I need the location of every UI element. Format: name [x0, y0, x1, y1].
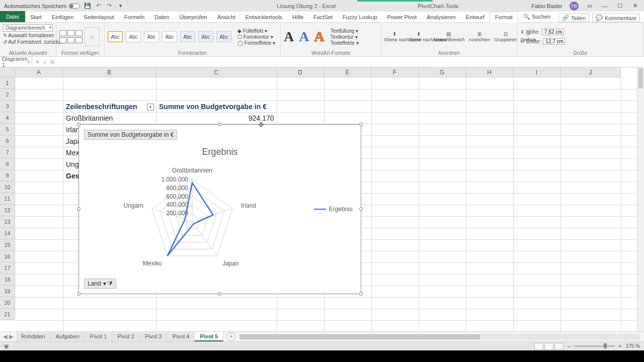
- row-header[interactable]: 8: [0, 158, 15, 170]
- row-header[interactable]: 5: [0, 124, 15, 135]
- text-fill-button[interactable]: Textfüllung ▾: [331, 28, 359, 34]
- selection-pane-icon[interactable]: ▤: [446, 31, 451, 37]
- shape-fill-button[interactable]: ◆ Fülleffekt ▾: [237, 28, 275, 34]
- row-header[interactable]: 17: [0, 262, 15, 274]
- shape-style-gallery[interactable]: Abc Abc Abc Abc Abc Abc Abc: [108, 31, 231, 42]
- column-header[interactable]: H: [466, 67, 513, 77]
- align-icon[interactable]: ⊞: [477, 31, 481, 37]
- tab-daten[interactable]: Daten: [149, 12, 174, 22]
- add-sheet-button[interactable]: +: [226, 332, 235, 341]
- avatar[interactable]: FB: [570, 2, 579, 11]
- row-header[interactable]: 13: [0, 216, 15, 228]
- sheet-tab[interactable]: Aufgaben: [51, 332, 85, 341]
- row-header[interactable]: 1: [0, 77, 15, 89]
- row-header[interactable]: 7: [0, 147, 15, 158]
- close-icon[interactable]: ✕: [631, 3, 639, 9]
- sheet-nav-prev-icon[interactable]: ◀: [3, 333, 7, 340]
- zoom-in-icon[interactable]: +: [619, 343, 622, 349]
- chart-legend[interactable]: Ergebnis: [314, 206, 353, 213]
- cancel-formula-icon[interactable]: ✕: [35, 59, 40, 65]
- change-shape-button[interactable]: ◇: [85, 27, 100, 46]
- row-header[interactable]: 21: [0, 309, 15, 320]
- zoom-out-icon[interactable]: –: [568, 343, 571, 349]
- page-break-view-icon[interactable]: [554, 343, 564, 350]
- minimize-icon[interactable]: —: [601, 3, 609, 9]
- share-button[interactable]: 🔗 Teilen: [558, 14, 589, 22]
- chart-element-dropdown[interactable]: Diagrammbereich: [3, 24, 53, 32]
- text-outline-button[interactable]: Textkontur ▾: [331, 34, 359, 40]
- fx-icon[interactable]: fx: [50, 59, 55, 65]
- reset-style-button[interactable]: ↺ Auf Formatvorl. zurücks.: [3, 39, 63, 45]
- tab-einfuegen[interactable]: Einfügen: [47, 12, 78, 22]
- sheet-tab[interactable]: Pivot 5: [195, 332, 223, 341]
- tab-datei[interactable]: Datei: [0, 11, 25, 22]
- tab-power-pivot[interactable]: Power Pivot: [382, 12, 422, 22]
- horizontal-scrollbar[interactable]: [239, 334, 640, 340]
- tab-ansicht[interactable]: Ansicht: [212, 12, 240, 22]
- format-selection-button[interactable]: ✎ Auswahl formatieren: [3, 33, 54, 38]
- sheet-tab[interactable]: Pivot 2: [112, 332, 140, 341]
- column-header[interactable]: J: [560, 67, 621, 77]
- sheet-tab[interactable]: Pivot 1: [85, 332, 113, 341]
- row-header[interactable]: 11: [0, 193, 15, 205]
- chart-title[interactable]: Ergebnis: [79, 147, 361, 157]
- tab-start[interactable]: Start: [25, 12, 47, 22]
- shape-effects-button[interactable]: ◯ Formeffekte ▾: [237, 40, 275, 46]
- value-field-button[interactable]: Summe von Budgetvorgabe in €: [84, 130, 177, 140]
- tab-suchen[interactable]: 🔍 Suchen: [518, 12, 555, 22]
- tab-seitenlayout[interactable]: Seitenlayout: [78, 12, 119, 22]
- maximize-icon[interactable]: ☐: [616, 3, 624, 9]
- row-header[interactable]: 19: [0, 286, 15, 297]
- undo-icon[interactable]: ↶: [95, 3, 102, 10]
- worksheet-grid[interactable]: ABCDEFGHIJ 12345678910111213141516171819…: [0, 67, 644, 331]
- autosave-toggle[interactable]: Automatisches Speichern: [4, 3, 80, 9]
- row-header[interactable]: 3: [0, 101, 15, 112]
- ribbon-display-icon[interactable]: ▭: [586, 3, 594, 9]
- sheet-tab[interactable]: Pivot 4: [168, 332, 195, 341]
- send-backward-icon[interactable]: ⬇: [417, 31, 421, 37]
- column-header[interactable]: B: [63, 67, 156, 77]
- normal-view-icon[interactable]: [534, 343, 543, 350]
- page-layout-view-icon[interactable]: [544, 343, 553, 350]
- tab-format[interactable]: Format: [490, 12, 518, 23]
- shape-outline-button[interactable]: ☐ Formkontur ▾: [237, 34, 275, 40]
- row-header[interactable]: 4: [0, 112, 15, 124]
- pivot-chart[interactable]: Summe von Budgetvorgabe in € Ergebnis Er…: [78, 124, 361, 294]
- row-header[interactable]: 2: [0, 89, 15, 101]
- redo-icon[interactable]: ↷: [106, 3, 113, 10]
- shape-gallery[interactable]: [59, 30, 83, 43]
- row-header[interactable]: 9: [0, 170, 15, 182]
- group-icon[interactable]: ⊡: [504, 31, 508, 37]
- column-header[interactable]: F: [371, 67, 419, 77]
- vertical-scrollbar[interactable]: [637, 67, 644, 331]
- shape-width-input[interactable]: [543, 38, 565, 45]
- select-all-corner[interactable]: [0, 67, 15, 77]
- shape-height-input[interactable]: [542, 29, 564, 35]
- tab-analysieren[interactable]: Analysieren: [422, 12, 460, 22]
- column-header[interactable]: I: [513, 67, 560, 77]
- row-header[interactable]: 15: [0, 239, 15, 251]
- sheet-nav-next-icon[interactable]: ▶: [9, 333, 13, 340]
- column-header[interactable]: A: [15, 67, 63, 77]
- row-header[interactable]: 16: [0, 251, 15, 262]
- row-header[interactable]: 12: [0, 205, 15, 216]
- name-box[interactable]: Diagramm 1▾: [0, 56, 32, 68]
- column-header[interactable]: G: [419, 67, 466, 77]
- tab-ueberpruefen[interactable]: Überprüfen: [175, 12, 212, 22]
- bring-forward-icon[interactable]: ⬆: [392, 31, 396, 37]
- sheet-tab[interactable]: Rohdaten: [16, 332, 51, 341]
- tab-entwicklertools[interactable]: Entwicklertools: [240, 12, 287, 22]
- tab-factset[interactable]: FactSet: [308, 12, 338, 22]
- sheet-tab[interactable]: Pivot 3: [140, 332, 168, 341]
- tab-entwurf[interactable]: Entwurf: [461, 12, 490, 22]
- qat-customize-icon[interactable]: ▾: [117, 3, 124, 10]
- wordart-gallery[interactable]: AAA: [284, 29, 325, 45]
- row-header[interactable]: 10: [0, 182, 15, 193]
- tab-hilfe[interactable]: Hilfe: [287, 12, 308, 22]
- comments-button[interactable]: 💬 Kommentare: [592, 14, 640, 22]
- row-header[interactable]: 18: [0, 274, 15, 286]
- row-header[interactable]: 20: [0, 297, 15, 309]
- save-icon[interactable]: 💾: [84, 3, 91, 10]
- enter-formula-icon[interactable]: ✓: [43, 59, 47, 65]
- column-header[interactable]: D: [277, 67, 324, 77]
